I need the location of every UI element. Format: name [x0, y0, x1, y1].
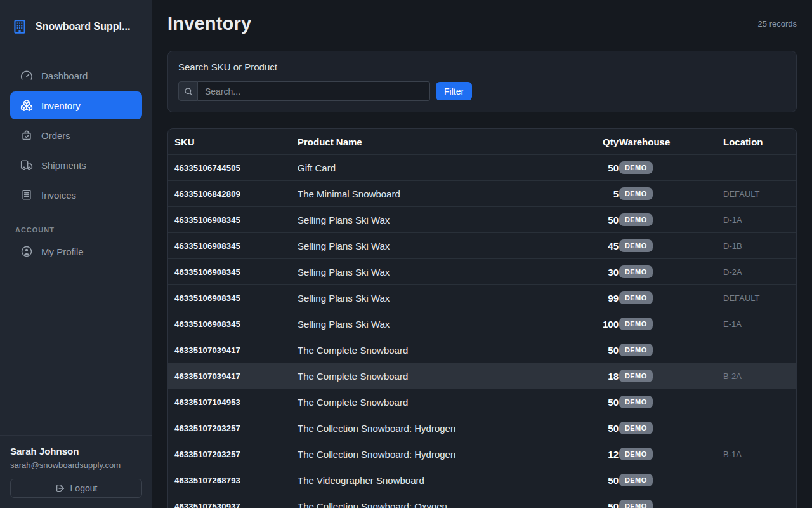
warehouse-badge: DEMO: [619, 396, 653, 408]
table-row[interactable]: 46335107268793 The Videographer Snowboar…: [168, 467, 796, 493]
table-row[interactable]: 46335106908345 Selling Plans Ski Wax 100…: [168, 311, 796, 337]
table-row[interactable]: 46335106908345 Selling Plans Ski Wax 50 …: [168, 207, 796, 233]
warehouse-cell: DEMO: [619, 370, 723, 382]
sidebar-item-dashboard[interactable]: Dashboard: [10, 62, 142, 90]
table-row[interactable]: 46335106908345 Selling Plans Ski Wax 45 …: [168, 233, 796, 259]
location-cell: D-2A: [723, 267, 790, 277]
sidebar-spacer: [0, 265, 152, 435]
warehouse-cell: DEMO: [619, 213, 723, 226]
qty-cell: 50: [587, 215, 619, 225]
warehouse-cell: DEMO: [619, 291, 723, 304]
qty-cell: 50: [587, 501, 619, 508]
qty-cell: 45: [587, 241, 619, 251]
table-row[interactable]: 46335106908345 Selling Plans Ski Wax 30 …: [168, 259, 796, 285]
warehouse-badge: DEMO: [619, 318, 653, 330]
column-header-qty: Qty: [587, 137, 619, 147]
sku-cell: 46335107203257: [174, 450, 298, 459]
location-cell: DEFAULT: [723, 293, 790, 303]
search-card: Search SKU or Product Filter: [167, 51, 797, 112]
inventory-table: SKU Product Name Qty Warehouse Location …: [167, 128, 797, 508]
filter-button[interactable]: Filter: [436, 82, 472, 100]
brand: Snowboard Suppl...: [0, 0, 152, 53]
qty-cell: 18: [587, 371, 619, 382]
logout-button[interactable]: Logout: [10, 479, 142, 498]
sidebar-item-label: My Profile: [41, 246, 84, 257]
boxes-icon: [20, 99, 33, 112]
table-row[interactable]: 46335106842809 The Minimal Snowboard 5 D…: [168, 181, 796, 207]
warehouse-badge: DEMO: [619, 291, 653, 304]
warehouse-cell: DEMO: [619, 187, 723, 200]
product-name-cell: Selling Plans Ski Wax: [298, 215, 587, 225]
table-row[interactable]: 46335107203257 The Collection Snowboard:…: [168, 441, 796, 467]
product-name-cell: The Minimal Snowboard: [298, 189, 587, 199]
product-name-cell: Selling Plans Ski Wax: [298, 293, 587, 304]
sidebar-item-label: Shipments: [41, 160, 86, 171]
table-row[interactable]: 46335106908345 Selling Plans Ski Wax 99 …: [168, 285, 796, 311]
location-cell: D-1B: [723, 241, 790, 251]
sku-cell: 46335107039417: [174, 371, 298, 381]
warehouse-badge: DEMO: [619, 500, 653, 508]
sku-cell: 46335107268793: [174, 476, 298, 485]
table-row[interactable]: 46335107039417 The Complete Snowboard 50…: [168, 337, 796, 363]
sidebar-nav: Dashboard Inventory Orders: [0, 53, 152, 209]
user-email: sarah@snowboardsupply.com: [10, 460, 142, 470]
search-icon[interactable]: [178, 81, 198, 101]
sku-cell: 46335106908345: [174, 319, 298, 329]
gauge-icon: [20, 69, 33, 82]
sidebar-footer: Sarah Johnson sarah@snowboardsupply.com …: [0, 435, 152, 508]
brand-title: Snowboard Suppl...: [36, 21, 130, 32]
product-name-cell: Gift Card: [298, 163, 587, 173]
product-name-cell: The Complete Snowboard: [298, 397, 587, 408]
warehouse-cell: DEMO: [619, 474, 723, 486]
qty-cell: 50: [587, 163, 619, 173]
table-row[interactable]: 46335107039417 The Complete Snowboard 18…: [168, 363, 796, 389]
sidebar-item-label: Orders: [41, 130, 70, 141]
sku-cell: 46335107039417: [174, 345, 298, 355]
product-name-cell: Selling Plans Ski Wax: [298, 241, 587, 251]
sku-cell: 46335106908345: [174, 267, 298, 277]
sidebar-item-label: Invoices: [41, 190, 76, 201]
warehouse-cell: DEMO: [619, 396, 723, 408]
table-body: 46335106744505 Gift Card 50 DEMO 4633510…: [168, 155, 796, 508]
sku-cell: 46335106908345: [174, 241, 298, 251]
search-input[interactable]: [198, 81, 430, 101]
table-row[interactable]: 46335106744505 Gift Card 50 DEMO: [168, 155, 796, 181]
warehouse-cell: DEMO: [619, 265, 723, 278]
warehouse-badge: DEMO: [619, 422, 653, 434]
product-name-cell: The Collection Snowboard: Hydrogen: [298, 449, 587, 460]
product-name-cell: The Complete Snowboard: [298, 345, 587, 356]
column-header-sku: SKU: [174, 137, 298, 147]
location-cell: B-1A: [723, 450, 790, 459]
warehouse-badge: DEMO: [619, 239, 653, 252]
warehouse-badge: DEMO: [619, 187, 653, 200]
warehouse-cell: DEMO: [619, 239, 723, 252]
truck-icon: [20, 159, 33, 171]
sidebar-item-my-profile[interactable]: My Profile: [10, 237, 142, 265]
account-section-label: ACCOUNT: [0, 218, 152, 235]
table-row[interactable]: 46335107104953 The Complete Snowboard 50…: [168, 389, 796, 415]
warehouse-badge: DEMO: [619, 344, 653, 356]
qty-cell: 30: [587, 267, 619, 277]
sidebar-item-orders[interactable]: Orders: [10, 121, 142, 149]
sku-cell: 46335107203257: [174, 424, 298, 433]
sku-cell: 46335107530937: [174, 502, 298, 508]
sidebar-item-shipments[interactable]: Shipments: [10, 151, 142, 179]
sku-cell: 46335107104953: [174, 398, 298, 407]
table-row[interactable]: 46335107203257 The Collection Snowboard:…: [168, 415, 796, 441]
logout-icon: [55, 483, 65, 493]
column-header-location: Location: [723, 137, 790, 147]
qty-cell: 99: [587, 293, 619, 304]
sidebar-item-invoices[interactable]: Invoices: [10, 181, 142, 209]
warehouse-badge: DEMO: [619, 370, 653, 382]
table-row[interactable]: 46335107530937 The Collection Snowboard:…: [168, 493, 796, 508]
qty-cell: 12: [587, 449, 619, 460]
qty-cell: 50: [587, 475, 619, 486]
building-icon: [11, 18, 28, 35]
sidebar-item-inventory[interactable]: Inventory: [10, 91, 142, 119]
search-row: Filter: [178, 81, 786, 101]
warehouse-cell: DEMO: [619, 344, 723, 356]
warehouse-cell: DEMO: [619, 500, 723, 508]
main-content: Inventory 25 records Search SKU or Produ…: [152, 0, 812, 508]
user-name: Sarah Johnson: [10, 446, 142, 457]
product-name-cell: The Complete Snowboard: [298, 371, 587, 382]
